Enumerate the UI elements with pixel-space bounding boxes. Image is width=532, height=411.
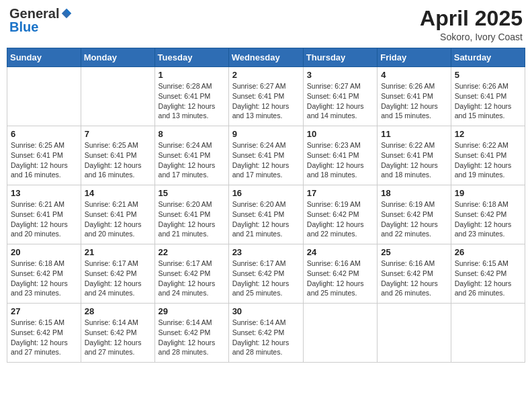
- day-number: 25: [381, 247, 447, 257]
- sunrise-text: Sunrise: 6:17 AM: [232, 259, 300, 269]
- cell-info: Sunrise: 6:21 AMSunset: 6:41 PMDaylight:…: [11, 199, 77, 239]
- table-row: 8Sunrise: 6:24 AMSunset: 6:41 PMDaylight…: [154, 126, 228, 185]
- logo-blue-text: Blue: [9, 20, 38, 34]
- table-row: [378, 304, 451, 363]
- table-row: 24Sunrise: 6:16 AMSunset: 6:42 PMDayligh…: [303, 244, 377, 304]
- sunset-text: Sunset: 6:41 PM: [455, 150, 521, 161]
- daylight-text: Daylight: 12 hoursand 24 minutes.: [85, 279, 151, 298]
- day-number: 22: [159, 247, 225, 257]
- sunset-text: Sunset: 6:42 PM: [159, 269, 225, 279]
- table-row: 7Sunrise: 6:25 AMSunset: 6:41 PMDaylight…: [81, 126, 154, 185]
- header-thursday: Thursday: [303, 48, 377, 67]
- daylight-text: Daylight: 12 hoursand 26 minutes.: [381, 279, 447, 298]
- table-row: 3Sunrise: 6:27 AMSunset: 6:41 PMDaylight…: [303, 67, 377, 126]
- calendar-week-row: 20Sunrise: 6:18 AMSunset: 6:42 PMDayligh…: [7, 244, 525, 304]
- header: General Blue April 2025 Sokoro, Ivory Co…: [7, 7, 525, 42]
- daylight-text: Daylight: 12 hoursand 22 minutes.: [307, 220, 373, 239]
- day-number: 30: [232, 306, 300, 316]
- daylight-text: Daylight: 12 hoursand 17 minutes.: [159, 161, 225, 180]
- daylight-text: Daylight: 12 hoursand 24 minutes.: [159, 279, 225, 298]
- daylight-text: Daylight: 12 hoursand 26 minutes.: [455, 279, 521, 298]
- logo: General Blue: [9, 7, 73, 34]
- sunrise-text: Sunrise: 6:22 AM: [381, 140, 447, 150]
- daylight-text: Daylight: 12 hoursand 21 minutes.: [159, 220, 225, 239]
- day-number: 3: [307, 70, 373, 80]
- sunrise-text: Sunrise: 6:20 AM: [232, 199, 300, 210]
- table-row: 2Sunrise: 6:27 AMSunset: 6:41 PMDaylight…: [228, 67, 303, 126]
- sunrise-text: Sunrise: 6:15 AM: [455, 259, 521, 269]
- cell-info: Sunrise: 6:16 AMSunset: 6:42 PMDaylight:…: [381, 259, 447, 298]
- cell-info: Sunrise: 6:27 AMSunset: 6:41 PMDaylight:…: [232, 81, 300, 121]
- sunrise-text: Sunrise: 6:27 AM: [232, 81, 300, 91]
- daylight-text: Daylight: 12 hoursand 28 minutes.: [232, 338, 300, 357]
- sunrise-text: Sunrise: 6:28 AM: [159, 81, 225, 91]
- sunset-text: Sunset: 6:41 PM: [232, 91, 300, 101]
- cell-info: Sunrise: 6:18 AMSunset: 6:42 PMDaylight:…: [11, 259, 77, 298]
- day-number: 28: [85, 306, 151, 316]
- table-row: 16Sunrise: 6:20 AMSunset: 6:41 PMDayligh…: [228, 185, 303, 244]
- sunset-text: Sunset: 6:42 PM: [85, 328, 151, 338]
- day-number: 27: [11, 306, 77, 316]
- sunset-text: Sunset: 6:41 PM: [85, 210, 151, 220]
- month-title: April 2025: [420, 7, 523, 30]
- cell-info: Sunrise: 6:15 AMSunset: 6:42 PMDaylight:…: [11, 318, 77, 357]
- table-row: [303, 304, 377, 363]
- day-number: 2: [232, 70, 300, 80]
- cell-info: Sunrise: 6:20 AMSunset: 6:41 PMDaylight:…: [159, 199, 225, 239]
- day-number: 10: [307, 129, 373, 139]
- cell-info: Sunrise: 6:26 AMSunset: 6:41 PMDaylight:…: [381, 81, 447, 121]
- sunset-text: Sunset: 6:41 PM: [159, 150, 225, 161]
- day-number: 5: [455, 70, 521, 80]
- daylight-text: Daylight: 12 hoursand 21 minutes.: [232, 220, 300, 239]
- cell-info: Sunrise: 6:24 AMSunset: 6:41 PMDaylight:…: [159, 140, 225, 180]
- header-wednesday: Wednesday: [228, 48, 303, 67]
- header-sunday: Sunday: [7, 48, 81, 67]
- table-row: [81, 67, 154, 126]
- daylight-text: Daylight: 12 hoursand 15 minutes.: [455, 101, 521, 121]
- daylight-text: Daylight: 12 hoursand 23 minutes.: [455, 220, 521, 239]
- sunset-text: Sunset: 6:42 PM: [159, 328, 225, 338]
- header-saturday: Saturday: [451, 48, 525, 67]
- table-row: 4Sunrise: 6:26 AMSunset: 6:41 PMDaylight…: [378, 67, 451, 126]
- table-row: 15Sunrise: 6:20 AMSunset: 6:41 PMDayligh…: [154, 185, 228, 244]
- daylight-text: Daylight: 12 hoursand 16 minutes.: [11, 161, 77, 180]
- daylight-text: Daylight: 12 hoursand 16 minutes.: [85, 161, 151, 180]
- table-row: [7, 67, 81, 126]
- table-row: 11Sunrise: 6:22 AMSunset: 6:41 PMDayligh…: [378, 126, 451, 185]
- daylight-text: Daylight: 12 hoursand 18 minutes.: [381, 161, 447, 180]
- sunset-text: Sunset: 6:41 PM: [381, 91, 447, 101]
- cell-info: Sunrise: 6:16 AMSunset: 6:42 PMDaylight:…: [307, 259, 373, 298]
- daylight-text: Daylight: 12 hoursand 17 minutes.: [232, 161, 300, 180]
- sunrise-text: Sunrise: 6:14 AM: [85, 318, 151, 328]
- table-row: 28Sunrise: 6:14 AMSunset: 6:42 PMDayligh…: [81, 304, 154, 363]
- table-row: 18Sunrise: 6:19 AMSunset: 6:42 PMDayligh…: [378, 185, 451, 244]
- sunrise-text: Sunrise: 6:19 AM: [381, 199, 447, 210]
- sunrise-text: Sunrise: 6:25 AM: [11, 140, 77, 150]
- sunset-text: Sunset: 6:42 PM: [381, 269, 447, 279]
- sunrise-text: Sunrise: 6:17 AM: [85, 259, 151, 269]
- daylight-text: Daylight: 12 hoursand 22 minutes.: [381, 220, 447, 239]
- table-row: 9Sunrise: 6:24 AMSunset: 6:41 PMDaylight…: [228, 126, 303, 185]
- daylight-text: Daylight: 12 hoursand 20 minutes.: [11, 220, 77, 239]
- table-row: 22Sunrise: 6:17 AMSunset: 6:42 PMDayligh…: [154, 244, 228, 304]
- day-number: 6: [11, 129, 77, 139]
- cell-info: Sunrise: 6:27 AMSunset: 6:41 PMDaylight:…: [307, 81, 373, 121]
- table-row: 19Sunrise: 6:18 AMSunset: 6:42 PMDayligh…: [451, 185, 525, 244]
- sunrise-text: Sunrise: 6:26 AM: [455, 81, 521, 91]
- table-row: 17Sunrise: 6:19 AMSunset: 6:42 PMDayligh…: [303, 185, 377, 244]
- cell-info: Sunrise: 6:22 AMSunset: 6:41 PMDaylight:…: [455, 140, 521, 180]
- table-row: 20Sunrise: 6:18 AMSunset: 6:42 PMDayligh…: [7, 244, 81, 304]
- day-number: 18: [381, 188, 447, 198]
- sunset-text: Sunset: 6:42 PM: [381, 210, 447, 220]
- daylight-text: Daylight: 12 hoursand 28 minutes.: [159, 338, 225, 357]
- sunset-text: Sunset: 6:41 PM: [307, 91, 373, 101]
- sunset-text: Sunset: 6:42 PM: [455, 269, 521, 279]
- header-tuesday: Tuesday: [154, 48, 228, 67]
- header-monday: Monday: [81, 48, 154, 67]
- sunset-text: Sunset: 6:41 PM: [11, 150, 77, 161]
- sunset-text: Sunset: 6:41 PM: [307, 150, 373, 161]
- cell-info: Sunrise: 6:17 AMSunset: 6:42 PMDaylight:…: [232, 259, 300, 298]
- table-row: 26Sunrise: 6:15 AMSunset: 6:42 PMDayligh…: [451, 244, 525, 304]
- day-number: 9: [232, 129, 300, 139]
- day-number: 13: [11, 188, 77, 198]
